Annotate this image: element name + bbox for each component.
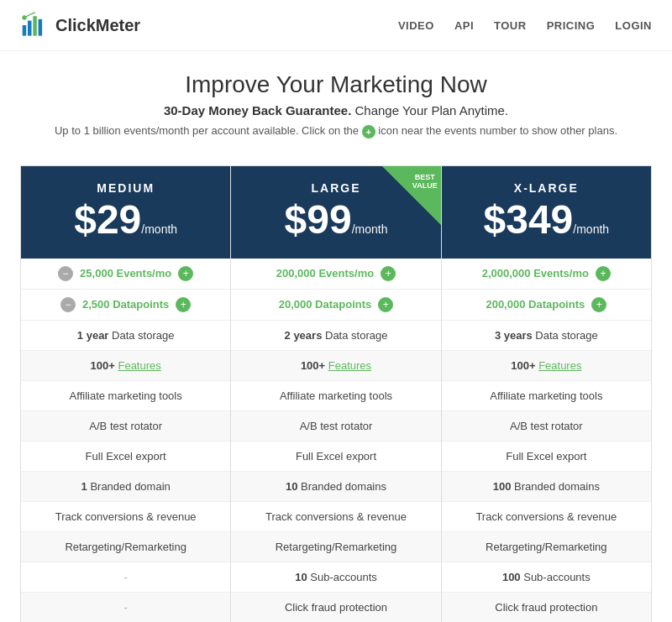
large-row-2: Full Excel export (231, 442, 440, 472)
xlarge-events-plus[interactable]: + (596, 266, 611, 281)
xlarge-features: 100+ Features (442, 351, 651, 381)
xlarge-events-row: 2,000,000 Events/mo + (442, 259, 651, 290)
nav-links: VIDEO API TOUR PRICING LOGIN (398, 19, 652, 32)
large-row-0: Affiliate marketing tools (231, 381, 440, 411)
plan-medium-header: MEDIUM $29/month (21, 166, 230, 259)
plan-medium-price: $29/month (31, 200, 220, 240)
medium-datapoints-plus[interactable]: + (176, 297, 191, 312)
info-icon: + (362, 125, 375, 139)
xlarge-row-2: Full Excel export (442, 442, 651, 472)
xlarge-row-7: Click fraud protection (442, 593, 651, 622)
medium-datapoints-row: − 2,500 Datapoints + (21, 290, 230, 321)
large-row-6: 10 Sub-accounts (231, 562, 440, 593)
logo-icon (20, 10, 50, 40)
medium-row-0: Affiliate marketing tools (21, 381, 230, 411)
svg-rect-1 (28, 21, 32, 36)
xlarge-datapoints-plus[interactable]: + (591, 297, 606, 312)
large-events-row: 200,000 Events/mo + (231, 259, 440, 290)
medium-storage: 1 year Data storage (21, 321, 230, 351)
medium-datapoints-minus[interactable]: − (60, 297, 76, 312)
large-row-7: Click fraud protection (231, 593, 440, 622)
plan-xlarge-price: $349/month (452, 200, 641, 240)
large-features: 100+ Features (231, 351, 440, 381)
xlarge-row-0: Affiliate marketing tools (442, 381, 651, 411)
xlarge-row-5: Retargeting/Remarketing (442, 532, 651, 562)
svg-rect-3 (39, 19, 43, 36)
pricing-table: MEDIUM $29/month − 25,000 Events/mo + − … (0, 152, 672, 622)
large-events-plus[interactable]: + (381, 266, 396, 281)
medium-datapoints-value: 2,500 Datapoints (82, 298, 169, 311)
plan-xlarge: X-LARGE $349/month 2,000,000 Events/mo +… (442, 165, 652, 622)
xlarge-row-4: Track conversions & revenue (442, 502, 651, 532)
large-row-1: A/B test rotator (231, 411, 440, 442)
nav-login[interactable]: LOGIN (615, 19, 652, 32)
svg-line-6 (30, 13, 35, 15)
medium-row-6: - (21, 562, 230, 593)
plan-large: BESTVALUE LARGE $99/month 200,000 Events… (231, 165, 441, 622)
large-datapoints-row: 20,000 Datapoints + (231, 290, 440, 321)
guarantee-text: 30-Day Money Back Guarantee. Change Your… (17, 103, 655, 118)
info-text: Up to 1 billion events/month per account… (17, 124, 655, 139)
nav-pricing[interactable]: PRICING (547, 19, 596, 32)
xlarge-storage: 3 years Data storage (442, 321, 651, 351)
best-value-badge-wrap: BESTVALUE (382, 166, 441, 225)
large-row-3: 10 Branded domains (231, 472, 440, 502)
medium-features: 100+ Features (21, 351, 230, 381)
xlarge-events-value: 2,000,000 Events/mo (482, 267, 589, 280)
large-datapoints-plus[interactable]: + (378, 297, 393, 312)
large-row-5: Retargeting/Remarketing (231, 532, 440, 562)
medium-row-5: Retargeting/Remarketing (21, 532, 230, 562)
medium-events-row: − 25,000 Events/mo + (21, 259, 230, 290)
xlarge-row-1: A/B test rotator (442, 411, 651, 442)
hero-title: Improve Your Marketing Now (17, 71, 655, 98)
best-value-text: BESTVALUE (412, 173, 438, 191)
medium-row-7: - (21, 593, 230, 622)
svg-rect-2 (33, 16, 37, 35)
xlarge-datapoints-row: 200,000 Datapoints + (442, 290, 651, 321)
xlarge-datapoints-value: 200,000 Datapoints (486, 298, 585, 311)
logo[interactable]: ClickMeter (20, 10, 140, 40)
medium-events-value: 25,000 Events/mo (80, 267, 171, 280)
plan-large-header: BESTVALUE LARGE $99/month (231, 166, 440, 259)
large-row-4: Track conversions & revenue (231, 502, 440, 532)
plan-xlarge-name: X-LARGE (452, 181, 641, 195)
hero-section: Improve Your Marketing Now 30-Day Money … (0, 51, 672, 152)
nav-video[interactable]: VIDEO (398, 19, 434, 32)
nav-tour[interactable]: TOUR (494, 19, 527, 32)
medium-events-minus[interactable]: − (58, 266, 73, 281)
plan-xlarge-header: X-LARGE $349/month (442, 166, 651, 259)
plan-medium-name: MEDIUM (31, 181, 220, 195)
medium-row-1: A/B test rotator (21, 411, 230, 442)
plan-medium: MEDIUM $29/month − 25,000 Events/mo + − … (20, 165, 231, 622)
logo-text: ClickMeter (55, 16, 140, 35)
medium-row-2: Full Excel export (21, 442, 230, 472)
xlarge-row-6: 100 Sub-accounts (442, 562, 651, 593)
large-storage: 2 years Data storage (231, 321, 440, 351)
svg-rect-0 (23, 25, 27, 36)
medium-row-3: 1 Branded domain (21, 472, 230, 502)
nav-api[interactable]: API (454, 19, 474, 32)
large-events-value: 200,000 Events/mo (276, 267, 374, 280)
navbar: ClickMeter VIDEO API TOUR PRICING LOGIN (0, 0, 672, 51)
xlarge-row-3: 100 Branded domains (442, 472, 651, 502)
medium-row-4: Track conversions & revenue (21, 502, 230, 532)
large-datapoints-value: 20,000 Datapoints (279, 298, 372, 311)
medium-events-plus[interactable]: + (178, 266, 193, 281)
